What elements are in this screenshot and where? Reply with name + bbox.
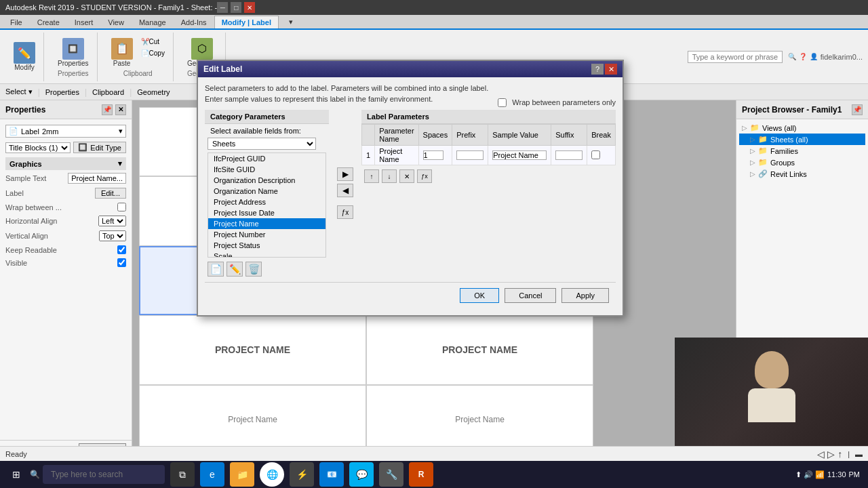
- close-button[interactable]: ✕: [244, 2, 255, 13]
- copy-button[interactable]: 📄 Copy: [138, 48, 167, 58]
- dialog-apply-button[interactable]: Apply: [561, 288, 609, 303]
- row-suffix[interactable]: [551, 146, 587, 165]
- formula-label-button[interactable]: ƒx: [417, 169, 432, 183]
- formula-button[interactable]: ƒx: [337, 205, 353, 219]
- paste-button[interactable]: 📋 Paste: [108, 37, 136, 68]
- add-to-label-button[interactable]: ▶: [337, 167, 353, 181]
- horiz-align-select[interactable]: Left: [98, 216, 126, 226]
- row-prefix[interactable]: [452, 146, 488, 165]
- properties-toolbar-label: Properties: [45, 88, 79, 96]
- select-fields-label: Select available fields from:: [210, 127, 301, 135]
- vert-align-select[interactable]: Top: [99, 230, 126, 241]
- tab-create[interactable]: Create: [30, 16, 67, 28]
- maximize-button[interactable]: □: [231, 2, 241, 13]
- edit-type-button[interactable]: 🔲 Edit Type: [73, 142, 126, 153]
- browser-content: ▷ 📁 Views (all) ▷ 📁 Sheets (all) ▷ 📁 Fam…: [736, 119, 868, 182]
- edit-param-button[interactable]: ✏️: [226, 262, 243, 277]
- visible-checkbox[interactable]: [117, 258, 126, 267]
- param-scale[interactable]: Scale: [208, 251, 326, 258]
- taskbar-edge[interactable]: e: [200, 462, 224, 487]
- param-list[interactable]: IfcProject GUID IfcSite GUID Organizatio…: [208, 152, 326, 258]
- cut-button[interactable]: ✂️ Cut: [138, 37, 167, 47]
- label-label: Label: [5, 189, 24, 197]
- graphics-section-title[interactable]: Graphics ▾: [5, 157, 126, 170]
- groups-label: Groups: [770, 159, 795, 167]
- dialog-panels: Category Parameters Select available fie…: [205, 110, 616, 277]
- dialog-help-button[interactable]: ?: [591, 64, 604, 75]
- browser-item-groups[interactable]: ▷ 📁 Groups: [739, 157, 865, 168]
- wrap-between-checkbox[interactable]: [117, 203, 126, 211]
- quick-search-input[interactable]: [688, 51, 783, 63]
- taskbar-explorer[interactable]: 📁: [230, 462, 254, 487]
- user-name: fidelkarim0...: [821, 53, 863, 61]
- dialog-close-button[interactable]: ✕: [605, 64, 617, 75]
- taskbar-chrome[interactable]: 🌐: [260, 462, 284, 487]
- sheets-label: Sheets (all): [770, 136, 808, 144]
- sample-text-value: Project Name...: [68, 173, 126, 184]
- dialog-title: Edit Label: [203, 64, 591, 74]
- tab-addins[interactable]: Add-Ins: [174, 16, 214, 28]
- user-icon[interactable]: 👤: [810, 53, 818, 61]
- tab-manage[interactable]: Manage: [132, 16, 174, 28]
- type-selector[interactable]: 📄 Label 2mm ▾: [5, 125, 126, 138]
- taskbar-search-input[interactable]: [43, 465, 165, 484]
- param-org-name[interactable]: Organization Name: [208, 186, 326, 197]
- param-ifc-site-guid[interactable]: IfcSite GUID: [208, 164, 326, 175]
- tab-view[interactable]: View: [100, 16, 132, 28]
- wrap-checkbox[interactable]: [498, 98, 507, 107]
- delete-param-button[interactable]: 🗑️: [245, 262, 262, 277]
- param-project-number[interactable]: Project Number: [208, 229, 326, 240]
- remove-param-button[interactable]: ✕: [399, 169, 414, 183]
- help-icon[interactable]: ❓: [799, 53, 807, 61]
- move-down-button[interactable]: ↓: [382, 169, 397, 183]
- param-project-status[interactable]: Project Status: [208, 240, 326, 251]
- search-icon[interactable]: 🔍: [788, 53, 796, 61]
- browser-item-sheets[interactable]: ▷ 📁 Sheets (all): [739, 134, 865, 145]
- tab-extra[interactable]: ▾: [281, 15, 300, 28]
- row-sample-value[interactable]: [488, 146, 551, 165]
- row-spaces[interactable]: [418, 146, 452, 165]
- taskbar-skype[interactable]: 💬: [349, 462, 374, 487]
- tab-file[interactable]: File: [3, 16, 30, 28]
- fields-dropdown[interactable]: Sheets: [208, 138, 316, 150]
- taskbar-app1[interactable]: ⚡: [290, 462, 314, 487]
- ok-button[interactable]: OK: [460, 288, 499, 303]
- tab-modify-label[interactable]: Modify | Label: [214, 16, 279, 28]
- param-project-name[interactable]: Project Name: [208, 218, 326, 229]
- param-ifc-project-guid[interactable]: IfcProject GUID: [208, 153, 326, 164]
- modify-button[interactable]: ✏️ Modify: [11, 41, 38, 73]
- minimize-button[interactable]: ─: [217, 2, 228, 13]
- properties-button[interactable]: 🔲 Properties: [55, 37, 92, 68]
- browser-item-families[interactable]: ▷ 📁 Families: [739, 145, 865, 157]
- param-project-address[interactable]: Project Address: [208, 197, 326, 207]
- row-break[interactable]: [587, 146, 616, 165]
- taskbar-revit[interactable]: R: [409, 462, 433, 487]
- browser-item-views[interactable]: ▷ 📁 Views (all): [739, 122, 865, 134]
- scroll-bar[interactable]: ▬: [855, 450, 863, 458]
- dialog-footer: OK Cancel Apply: [205, 282, 616, 308]
- browser-item-revit-links[interactable]: ▷ 🔗 Revit Links: [739, 168, 865, 180]
- properties-content: 📄 Label 2mm ▾ Title Blocks (1) 🔲 Edit Ty…: [0, 119, 132, 440]
- start-button[interactable]: ⊞: [3, 461, 30, 488]
- keep-readable-checkbox[interactable]: [117, 245, 126, 254]
- title-blocks-select[interactable]: Title Blocks (1): [5, 142, 71, 153]
- search-magnifier-icon: 🔍: [30, 470, 40, 479]
- panel-close-button[interactable]: ✕: [115, 104, 126, 115]
- taskbar-pinned-apps: ⧉ e 📁 🌐 ⚡ 📧 💬 🔧 R: [170, 462, 433, 487]
- move-up-button[interactable]: ↑: [364, 169, 379, 183]
- remove-from-label-button[interactable]: ◀: [337, 184, 353, 197]
- cancel-button[interactable]: Cancel: [505, 288, 556, 303]
- label-row: Label Edit...: [5, 188, 126, 199]
- param-org-desc[interactable]: Organization Description: [208, 175, 326, 186]
- taskbar-outlook[interactable]: 📧: [319, 462, 344, 487]
- tab-insert[interactable]: Insert: [67, 16, 101, 28]
- col-suffix: Suffix: [551, 125, 587, 146]
- add-param-button[interactable]: 📄: [208, 262, 224, 277]
- browser-pin-button[interactable]: 📌: [852, 104, 863, 115]
- param-project-issue-date[interactable]: Project Issue Date: [208, 207, 326, 218]
- panel-pin-button[interactable]: 📌: [102, 104, 113, 115]
- label-edit-button[interactable]: Edit...: [95, 188, 126, 199]
- taskbar-app2[interactable]: 🔧: [379, 462, 403, 487]
- taskbar-task-view[interactable]: ⧉: [170, 462, 195, 487]
- row-param-name[interactable]: Project Name: [375, 146, 418, 165]
